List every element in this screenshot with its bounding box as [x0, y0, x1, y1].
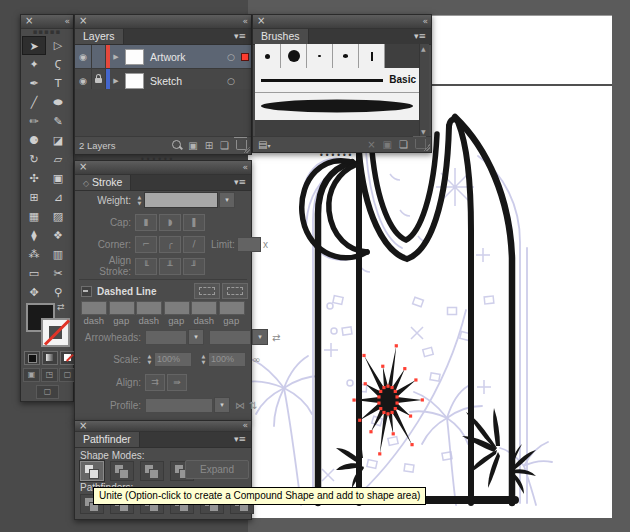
scale-end-stepper[interactable]: ▲▼ [199, 352, 208, 366]
new-sublayer-icon[interactable]: ⊞ [205, 140, 213, 151]
panel-menu-icon[interactable]: ▾≡ [409, 29, 431, 44]
target-circle-icon[interactable]: ○ [223, 52, 239, 62]
panel-menu-icon[interactable]: ▾≡ [229, 175, 251, 190]
cap-round-button[interactable]: ◗ [159, 214, 181, 231]
profile-caret-icon[interactable]: ▾ [214, 397, 230, 413]
tool-blend-tool[interactable]: ❖ [46, 226, 70, 245]
align-center-button[interactable]: ╙ [135, 258, 157, 275]
tool-line-segment-tool[interactable]: ╱ [22, 93, 46, 112]
corner-round-button[interactable]: ╭ [159, 236, 181, 253]
palm-leaf-right[interactable] [462, 408, 500, 488]
brushes-panel-header[interactable]: × « [253, 15, 431, 29]
weight-stepper[interactable]: ▲▼ [135, 193, 144, 207]
screen-mode-button[interactable]: ▢ [36, 385, 59, 399]
panel-menu-icon[interactable]: ▾≡ [229, 432, 251, 447]
tool-pen-tool[interactable]: ✒ [22, 74, 46, 93]
gradient-button[interactable] [42, 351, 58, 365]
resize-grip[interactable] [423, 144, 430, 151]
visibility-eye-icon[interactable]: ◉ [75, 45, 92, 68]
tool-column-graph-tool[interactable]: ▥ [46, 245, 70, 264]
collapse-icon[interactable]: « [242, 421, 247, 430]
dash-input-dash[interactable] [81, 301, 107, 315]
brush-charcoal-row[interactable] [255, 93, 421, 120]
tool-blob-brush-tool[interactable]: ⚈ [22, 131, 46, 150]
tool-scale-tool[interactable]: ▱ [46, 150, 70, 169]
layers-panel-header[interactable]: × « [75, 15, 251, 29]
cap-projecting-button[interactable]: ❚ [183, 214, 205, 231]
align-dash-button[interactable] [222, 283, 248, 299]
miter-limit-input[interactable] [237, 237, 261, 252]
brush-options-icon[interactable]: ▣ [383, 139, 392, 150]
flip-along-icon[interactable]: ⋈ [235, 400, 245, 411]
tool-ellipse-tool[interactable]: ⬬ [46, 93, 70, 112]
target-circle-icon[interactable]: ○ [223, 76, 239, 86]
preserve-dash-button[interactable] [194, 283, 220, 299]
align-arrow-end-button[interactable]: ⇛ [167, 374, 187, 391]
tab-stroke[interactable]: ◇ Stroke [75, 175, 131, 190]
dash-input-dash[interactable] [191, 301, 217, 315]
drag-dots[interactable]: ▪▪▪▪▪ [21, 28, 73, 36]
dashed-line-checkbox[interactable] [81, 286, 92, 297]
layer-name[interactable]: Sketch [147, 75, 223, 87]
tool-pencil-tool[interactable]: ✎ [46, 112, 70, 131]
collapse-icon[interactable]: « [64, 15, 69, 27]
scale-start-input[interactable]: 100% [154, 352, 192, 367]
close-icon[interactable]: × [257, 15, 265, 27]
tool-paintbrush-tool[interactable]: ✏ [22, 112, 46, 131]
link-scales-icon[interactable]: ∞ [252, 354, 260, 365]
resize-grip[interactable] [243, 146, 250, 153]
scroll-down-icon[interactable]: ▼ [421, 128, 426, 135]
brush-dot-3pt[interactable] [255, 44, 281, 69]
expand-triangle-icon[interactable]: ▶ [110, 77, 122, 85]
lock-cell[interactable] [92, 45, 106, 68]
dash-input-gap[interactable] [219, 301, 245, 315]
close-icon[interactable]: × [25, 15, 33, 27]
dash-input-gap[interactable] [109, 301, 135, 315]
arrowhead-end-select[interactable] [209, 330, 251, 345]
collapse-icon[interactable]: « [422, 15, 427, 27]
tool-free-transform-tool[interactable]: ▣ [46, 169, 70, 188]
scroll-up-icon[interactable]: ▲ [421, 45, 426, 52]
clipping-mask-icon[interactable]: ▣ [188, 140, 197, 151]
tool-symbol-sprayer-tool[interactable]: ⁂ [22, 245, 46, 264]
layer-thumbnail[interactable] [125, 49, 144, 65]
tool-direct-selection-tool[interactable]: ▷ [46, 36, 70, 55]
pathfinder-panel-header[interactable]: × « [75, 421, 251, 432]
collapse-icon[interactable]: « [242, 161, 247, 173]
stroke-swatch-none[interactable] [41, 318, 70, 347]
brush-vertical-line[interactable] [359, 44, 385, 69]
expand-triangle-icon[interactable]: ▶ [110, 53, 122, 61]
color-button[interactable] [24, 351, 40, 365]
panel-group-gripper[interactable]: •••••• [319, 151, 353, 160]
tool-slice-tool[interactable]: ✂ [46, 264, 70, 283]
arrowhead-start-select[interactable] [145, 330, 187, 345]
cap-butt-button[interactable]: ▮ [135, 214, 157, 231]
new-brush-icon[interactable]: ❏ [399, 139, 408, 150]
tool-zoom-tool[interactable]: ⚲ [46, 283, 70, 302]
dash-input-gap[interactable] [164, 301, 190, 315]
align-arrow-tip-button[interactable]: ⇉ [145, 374, 165, 391]
locate-object-icon[interactable] [172, 140, 181, 151]
weight-input[interactable] [144, 192, 218, 208]
tool-type-tool[interactable]: T [46, 74, 70, 93]
layer-thumbnail[interactable] [125, 73, 144, 89]
shape-mode-minus-front-button[interactable] [110, 461, 134, 481]
tab-brushes[interactable]: Brushes [253, 29, 309, 44]
tool-gradient-tool[interactable]: ▨ [46, 207, 70, 226]
collapse-icon[interactable]: « [242, 15, 247, 27]
draw-normal-button[interactable]: ▣ [23, 368, 40, 382]
arrowhead-end-caret-icon[interactable]: ▾ [252, 329, 268, 345]
tool-rotate-tool[interactable]: ↻ [22, 150, 46, 169]
remove-brush-stroke-icon[interactable]: × [367, 139, 375, 150]
swap-fill-stroke-icon[interactable]: ⇄ [57, 302, 65, 312]
close-icon[interactable]: × [79, 15, 87, 27]
tools-panel-header[interactable]: × « ▪▪▪▪▪ [21, 15, 73, 29]
tool-width-tool[interactable]: ✣ [22, 169, 46, 188]
brush-dot-1pt[interactable] [307, 44, 333, 69]
arrowhead-start-caret-icon[interactable]: ▾ [188, 329, 204, 345]
dash-input-dash[interactable] [136, 301, 162, 315]
tool-artboard-tool[interactable]: ▭ [22, 264, 46, 283]
layer-name[interactable]: Artwork [147, 51, 223, 63]
profile-select[interactable] [145, 398, 213, 413]
scrollbar[interactable]: ▲ ▼ [419, 44, 429, 136]
